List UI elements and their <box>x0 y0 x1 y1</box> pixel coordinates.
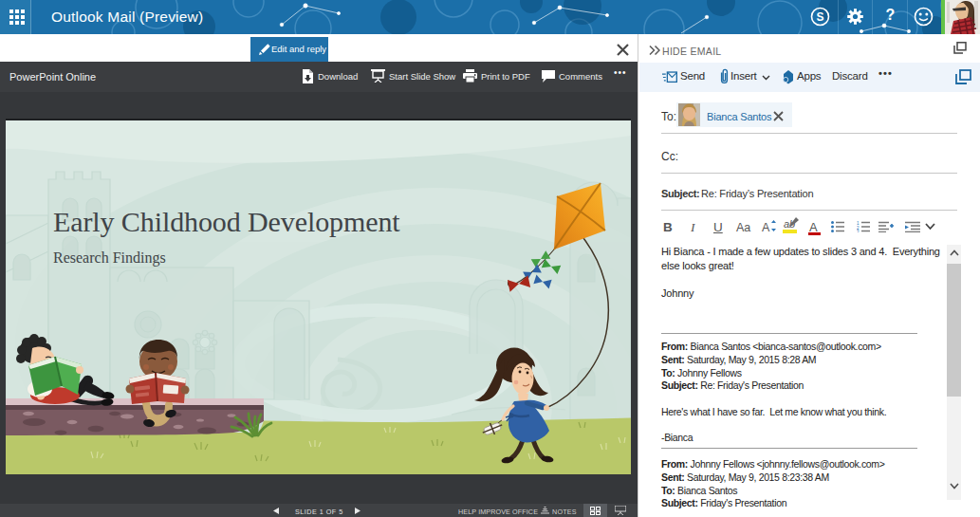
svg-text:Research Findings: Research Findings <box>53 249 166 267</box>
svg-text:S: S <box>816 10 823 24</box>
svg-text:Early Childhood Development: Early Childhood Development <box>53 206 400 237</box>
svg-text:3: 3 <box>857 230 860 233</box>
